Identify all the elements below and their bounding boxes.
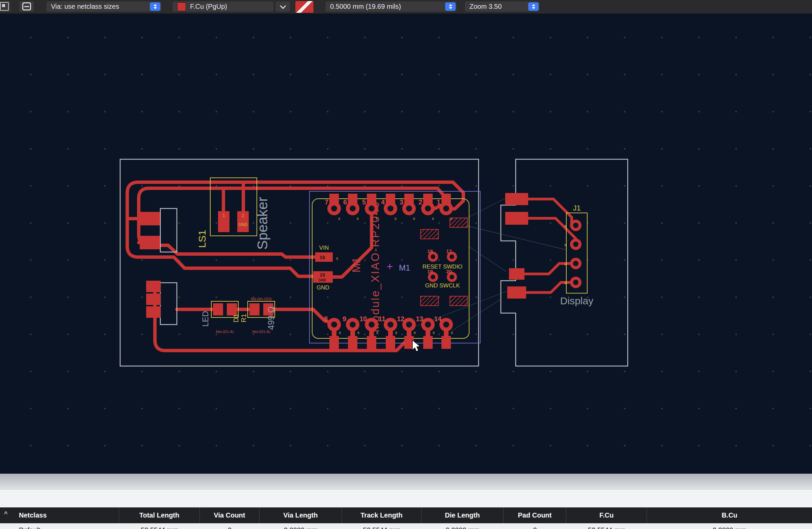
resistor-net2-label: Net-(M1-D10) [251,297,271,301]
svg-text:x: x [564,281,566,285]
j1-ref: J1 [573,204,580,212]
module-pad-top-6[interactable]: 6 x [343,194,359,221]
column-header-bcu[interactable]: B.Cu [647,508,812,523]
speaker-gnd-label: GND [238,222,248,227]
chevron-down-icon [280,3,286,9]
connector-pad[interactable] [140,212,160,225]
svg-text:10: 10 [359,315,367,323]
led-ref: D1 [232,314,240,323]
svg-text:18: 18 [427,248,433,254]
connector-pad[interactable] [140,236,160,249]
layer-dropdown[interactable]: F.Cu (PgUp) [172,1,274,12]
total-length-cell: 52.5544 mm [119,523,200,529]
notes-icon [22,2,31,11]
mouse-cursor [412,340,420,352]
track-width-label: 0.5000 mm (19.69 mils) [330,3,401,11]
column-header-pad-count[interactable]: Pad Count [504,508,566,523]
finger-pad[interactable] [505,193,528,205]
stepper-icon[interactable] [445,2,455,11]
module-pad-top-2[interactable]: 2 x [419,194,435,221]
svg-text:x: x [358,330,359,335]
column-header-total-length[interactable]: Total Length [119,508,200,523]
speaker-value: Speaker [255,197,270,250]
connector-pad[interactable] [146,294,161,305]
stepper-icon[interactable] [150,2,160,11]
svg-text:x: x [339,330,341,335]
svg-text:x: x [451,330,453,335]
left-component-outline [160,283,177,325]
selection-tool-button[interactable] [0,1,11,12]
layer-dropdown-arrow[interactable] [275,1,291,12]
svg-text:x: x [357,216,359,221]
resistor-net-label: Net-(D1-A) [252,329,270,334]
finger-pad[interactable] [509,268,524,280]
via-size-dropdown[interactable]: Via: use netclass sizes [46,1,162,12]
column-header-die-length[interactable]: Die Length [422,508,504,523]
svg-text:x: x [394,216,396,221]
main-toolbar: Via: use netclass sizes F.Cu (PgUp) 0.50… [0,0,812,14]
svg-text:x: x [432,216,434,221]
module-pad-bottom-14[interactable]: 14 x [434,315,453,349]
notes-list-button[interactable] [19,1,34,12]
net-inspector-row-default[interactable]: Default 52.5544 mm 0 0.0000 mm 52.5544 m… [0,523,812,529]
net-inspector-header: ^ Netclass Total Length Via Count Via Le… [0,508,812,523]
column-header-fcu[interactable]: F.Cu [566,508,647,523]
anchor-cross-icon [387,264,392,269]
resistor-pad[interactable] [249,303,260,315]
svg-text:3: 3 [400,199,403,206]
svg-text:x: x [413,216,415,221]
column-header-via-length[interactable]: Via Length [260,508,342,523]
module-pad-top-4[interactable]: 4 x [381,194,397,221]
svg-text:4: 4 [381,199,385,206]
module-swd-pads[interactable]: 18 17 19 20 RESET SWDIO GND SWCLK [422,248,463,289]
svg-text:RESET SWDIO: RESET SWDIO [422,264,463,270]
svg-text:x: x [395,330,397,335]
svg-text:x: x [564,243,566,247]
track-width-dropdown[interactable]: 0.5000 mm (19.69 mils) [325,1,457,12]
led-pad[interactable] [227,303,237,315]
connector-pad[interactable] [146,281,161,292]
column-header-track-length[interactable]: Track Length [342,508,422,523]
led-footprint[interactable]: LED D1 Net-(D1-A) [201,301,240,334]
column-header-netclass[interactable]: ^ Netclass [0,508,119,523]
via-size-label: Via: use netclass sizes [51,3,119,11]
resistor-footprint[interactable]: R1 499 Ω Net-(M1-D10) Net-(D1-A) [240,297,276,334]
svg-text:6: 6 [343,199,347,206]
pcb-canvas[interactable]: 1 2 GND LS1 Speaker Module_XIAO-RP2040 M… [0,14,812,474]
hatched-pads[interactable] [421,218,467,306]
module-pad-bottom-8[interactable]: 8 x [324,315,341,349]
horizontal-scrollbar[interactable] [0,474,812,489]
display-board[interactable]: x x x x J1 Display [505,193,593,306]
pcb-layout-svg: 1 2 GND LS1 Speaker Module_XIAO-RP2040 M… [0,14,812,474]
bcu-cell: 0.0000 mm [647,523,812,529]
svg-text:GND SWCLK: GND SWCLK [425,282,460,289]
svg-text:5: 5 [362,199,366,206]
module-pad-top-7[interactable]: 7 x [325,194,341,221]
stepper-icon[interactable] [528,2,539,11]
left-connector[interactable] [140,208,177,325]
finger-pad[interactable] [505,212,528,225]
connector-pad[interactable] [146,306,161,318]
main-board-outline[interactable] [120,159,479,366]
led-pad[interactable] [213,303,223,315]
module-pad-bottom-9[interactable]: 9 x [343,315,359,349]
module-pad-bottom-13[interactable]: 13 x [416,315,435,349]
selection-icon [0,2,9,11]
speaker-outline [210,178,257,236]
module-footprint[interactable]: Module_XIAO-RP2040 M1 M1 7 x 6 x 5 x 4 x [309,191,480,349]
column-header-via-count[interactable]: Via Count [200,508,260,523]
zoom-label: Zoom 3.50 [469,3,502,11]
pad16-number: 16 [320,254,325,260]
led-net-label: Net-(D1-A) [216,329,234,334]
resistor-value: 499 Ω [266,306,276,330]
zoom-dropdown[interactable]: Zoom 3.50 [464,1,540,12]
module-pad-top-3[interactable]: 3 x [400,194,416,221]
collapse-caret-icon[interactable]: ^ [4,511,8,517]
svg-text:1: 1 [437,199,440,206]
svg-text:x: x [338,216,340,221]
finger-pad[interactable] [507,286,526,298]
module-value: Module_XIAO-RP2040 [369,201,381,332]
svg-text:14: 14 [434,315,442,323]
svg-text:x: x [376,216,378,221]
vin-label: VIN [319,245,329,251]
